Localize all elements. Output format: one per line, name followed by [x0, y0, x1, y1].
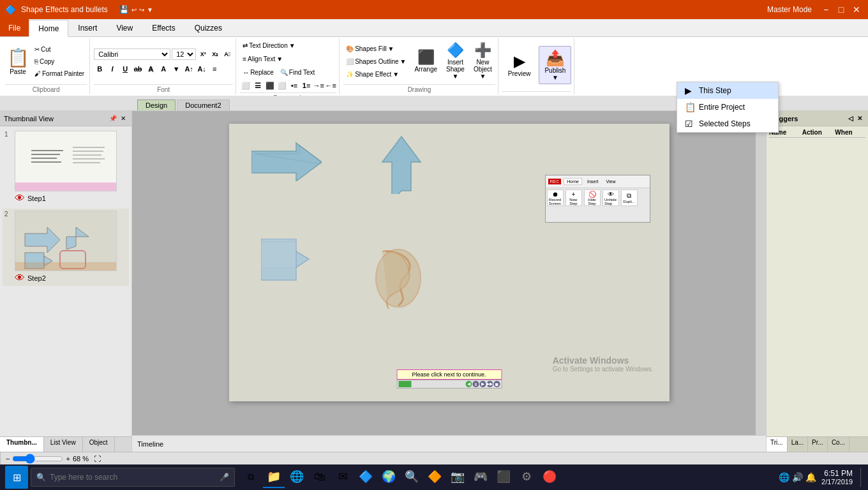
zoom-fit-button[interactable]: ⛶	[94, 455, 101, 463]
paste-button[interactable]: 📋 Paste	[5, 45, 31, 78]
emb-tab-view[interactable]: View	[603, 179, 618, 184]
restore-button[interactable]: □	[835, 3, 848, 16]
prog-ctrl-1[interactable]: ◀	[465, 381, 472, 387]
align-right-button[interactable]: ⬛	[264, 80, 276, 91]
font-size-down-button[interactable]: A↓	[196, 63, 207, 75]
doc-tab-document2[interactable]: Document2	[177, 100, 229, 110]
clear-format-button[interactable]: A⃝	[221, 48, 233, 60]
indent-button[interactable]: →≡	[313, 80, 324, 91]
prog-ctrl-4[interactable]: ▶▶	[486, 381, 493, 387]
trig-tab-pr[interactable]: Pr...	[808, 437, 828, 452]
taskbar-app-globe[interactable]: 🌍	[378, 466, 400, 488]
thumbnail-item-1[interactable]: 1	[3, 129, 129, 206]
prog-ctrl-5[interactable]: ⏹	[493, 381, 500, 387]
tab-effects[interactable]: Effects	[142, 19, 184, 36]
taskbar-clock[interactable]: 6:51 PM 2/17/2019	[821, 469, 853, 486]
rect-arrow-shape[interactable]	[261, 239, 312, 306]
font-size-select[interactable]: 12	[172, 48, 196, 60]
tab-file[interactable]: File	[0, 19, 29, 36]
find-text-button[interactable]: 🔍 Find Text	[278, 66, 317, 78]
taskbar-notification-icon[interactable]: 🔔	[805, 472, 816, 482]
font-name-select[interactable]: Calibri	[94, 48, 170, 60]
italic-button[interactable]: I	[107, 63, 118, 75]
canvas-area[interactable]: REC Home Insert View ⏺ RecordScreen +	[132, 111, 766, 435]
tab-view[interactable]: View	[107, 19, 142, 36]
strikethrough-button[interactable]: ab	[132, 63, 144, 75]
close-button[interactable]: ✕	[850, 3, 863, 16]
triggers-expand-button[interactable]: ◁	[846, 114, 855, 123]
bullets-button[interactable]: ≡	[209, 63, 220, 75]
format-painter-button[interactable]: 🖌 Format Painter	[32, 68, 87, 79]
bullets-list-button[interactable]: •≡	[288, 80, 300, 91]
copy-button[interactable]: ⎘ Copy	[32, 56, 87, 67]
taskbar-app-mail[interactable]: ✉	[332, 466, 354, 488]
canvas-scrollbar[interactable]	[756, 111, 766, 435]
taskbar-app-edge[interactable]: 🌐	[286, 466, 308, 488]
font-size-up-button[interactable]: A↑	[183, 63, 195, 75]
align-left-button[interactable]: ⬜	[240, 80, 251, 91]
publish-entire-project-item[interactable]: 📋 Entire Project	[677, 99, 778, 115]
prog-ctrl-3[interactable]: ▶	[479, 381, 486, 387]
highlight-button[interactable]: ▼	[170, 63, 182, 75]
tab-insert[interactable]: Insert	[68, 19, 107, 36]
squiggle-shape[interactable]	[366, 245, 430, 309]
new-object-button[interactable]: ➕ NewObject ▼	[470, 45, 495, 78]
emb-unhide-step-btn[interactable]: 👁 UnhideStep	[602, 189, 619, 206]
taskbar-app-game[interactable]: 🎮	[470, 466, 491, 488]
taskbar-app-camera[interactable]: 📷	[447, 466, 468, 488]
zoom-decrease-button[interactable]: −	[6, 455, 10, 463]
preview-button[interactable]: ▶ Preview	[502, 46, 537, 84]
list-view-tab[interactable]: List View	[44, 437, 83, 452]
shape-effect-button[interactable]: ✨ Shape Effect ▼	[343, 68, 408, 80]
replace-button[interactable]: ↔ Replace	[240, 66, 276, 78]
microphone-icon[interactable]: 🎤	[220, 473, 229, 482]
tab-quizzes[interactable]: Quizzes	[185, 19, 232, 36]
zoom-increase-button[interactable]: +	[66, 455, 70, 463]
tab-home[interactable]: Home	[29, 20, 68, 37]
numbered-list-button[interactable]: 1≡	[301, 80, 312, 91]
trig-tab-la[interactable]: La...	[788, 437, 808, 452]
cut-button[interactable]: ✂ Cut	[32, 43, 87, 55]
emb-record-btn[interactable]: ⏺ RecordScreen	[547, 189, 564, 206]
emb-hide-step-btn[interactable]: 🚫 HideStep	[584, 189, 601, 206]
trig-tab-co[interactable]: Co...	[828, 437, 849, 452]
taskbar-app-settings[interactable]: ⚙	[516, 466, 537, 488]
align-text-button[interactable]: ≡ Align Text ▼	[240, 53, 285, 64]
taskbar-app-purple[interactable]: 🔷	[355, 466, 377, 488]
subscript-button[interactable]: X₂	[209, 48, 221, 60]
underline-button[interactable]: U	[119, 63, 131, 75]
panel-close-button[interactable]: ✕	[119, 114, 128, 123]
doc-tab-design[interactable]: Design	[137, 100, 176, 110]
arrange-button[interactable]: ⬛ Arrange	[411, 45, 440, 78]
emb-dupli-btn[interactable]: ⧉ Dupli...	[621, 189, 638, 206]
publish-this-step-item[interactable]: ▶ This Step	[677, 82, 778, 99]
font-color-button[interactable]: A	[158, 63, 169, 75]
shadow-button[interactable]: A	[145, 63, 156, 75]
thumbnail-item-2[interactable]: 2	[3, 209, 129, 286]
insert-shape-button[interactable]: 🔷 InsertShape ▼	[443, 45, 468, 78]
taskbar-volume-icon[interactable]: 🔊	[792, 472, 803, 482]
shapes-fill-button[interactable]: 🎨 Shapes Fill ▼	[343, 43, 408, 54]
emb-tab-file[interactable]: REC	[548, 179, 562, 184]
triggers-close-button[interactable]: ✕	[855, 114, 864, 123]
arrow-right-shape[interactable]	[251, 140, 322, 181]
superscript-button[interactable]: X²	[197, 48, 209, 60]
start-button[interactable]: ⊞	[5, 466, 28, 489]
publish-selected-steps-item[interactable]: ☑ Selected Steps	[677, 115, 778, 132]
taskbar-app-search2[interactable]: 🔍	[401, 466, 423, 488]
emb-tab-insert[interactable]: Insert	[585, 179, 601, 184]
taskbar-app-file-explorer[interactable]: 📁	[263, 466, 285, 488]
taskbar-app-task-view[interactable]: ⧉	[240, 466, 262, 488]
arrow-up-shape[interactable]	[376, 130, 433, 194]
text-direction-button[interactable]: ⇄ Text Direction ▼	[240, 40, 297, 51]
shapes-outline-button[interactable]: ⬜ Shapes Outline ▼	[343, 56, 408, 67]
trig-tab-tri[interactable]: Tri...	[767, 437, 788, 452]
minimize-button[interactable]: −	[819, 3, 832, 16]
object-tab[interactable]: Object	[83, 437, 115, 452]
emb-tab-home[interactable]: Home	[564, 178, 582, 185]
emb-new-step-btn[interactable]: + NewStep	[565, 189, 582, 206]
zoom-slider[interactable]	[12, 454, 63, 464]
taskbar-app-orange2[interactable]: 🔴	[539, 466, 560, 488]
taskbar-app-vs[interactable]: ⬛	[493, 466, 514, 488]
taskbar-network-icon[interactable]: 🌐	[779, 472, 789, 482]
